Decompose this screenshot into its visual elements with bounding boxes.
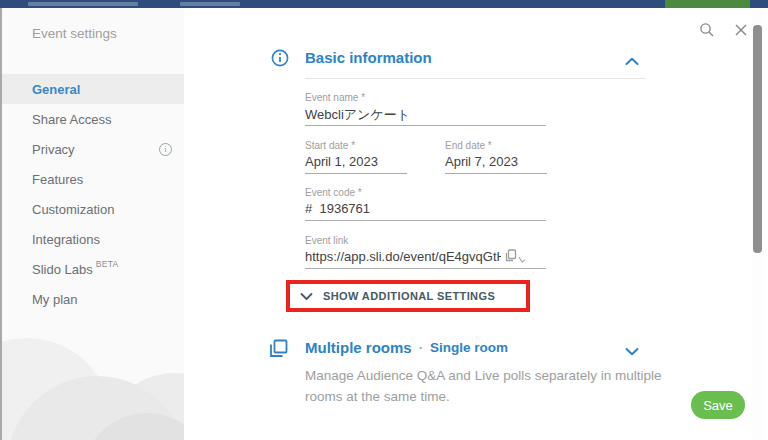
- sidebar-item-label: Privacy: [32, 142, 75, 157]
- multiple-rooms-section-icon: [269, 339, 288, 362]
- sidebar-item-my-plan[interactable]: My plan: [2, 284, 184, 314]
- search-icon: [699, 22, 715, 38]
- save-button[interactable]: Save: [691, 391, 745, 419]
- sidebar-item-features[interactable]: Features: [2, 164, 184, 194]
- sidebar-item-share-access[interactable]: Share Access: [2, 104, 184, 134]
- cropped-icon-fragment: [519, 255, 526, 262]
- dot-separator: ·: [419, 340, 423, 355]
- settings-sidebar: Event settings General Share Access Priv…: [0, 8, 184, 440]
- close-button[interactable]: [730, 19, 752, 41]
- rooms-copy-icon: [269, 339, 288, 358]
- settings-nav: General Share Access Privacy i Features …: [2, 74, 184, 314]
- sidebar-item-label: Integrations: [32, 232, 100, 247]
- basic-information-title: Basic information: [305, 49, 432, 66]
- single-room-mode-link[interactable]: Single room: [430, 340, 508, 355]
- sidebar-item-label: Share Access: [32, 112, 112, 127]
- topbar-green-button-fragment: [665, 0, 750, 8]
- scrollbar-thumb[interactable]: [753, 25, 762, 253]
- topbar-text-fragment: [180, 2, 240, 6]
- end-date-field[interactable]: End date * April 7, 2023: [445, 140, 547, 174]
- event-link-value[interactable]: https://app.sli.do/event/qE4gvqGtHMX2ZkV…: [305, 249, 501, 264]
- sidebar-item-label: My plan: [32, 292, 78, 307]
- info-circle-icon: i: [159, 143, 172, 156]
- sidebar-item-integrations[interactable]: Integrations: [2, 224, 184, 254]
- search-button[interactable]: [696, 19, 718, 41]
- chevron-down-icon: [300, 292, 313, 301]
- end-date-value[interactable]: April 7, 2023: [445, 154, 547, 169]
- event-settings-modal: Event settings General Share Access Priv…: [0, 0, 768, 440]
- multiple-rooms-header: Multiple rooms · Single room: [305, 339, 508, 356]
- event-code-field[interactable]: Event code * # 1936761: [305, 187, 546, 221]
- show-additional-settings-label[interactable]: SHOW ADDITIONAL SETTINGS: [323, 290, 495, 302]
- sidebar-item-label: General: [32, 82, 80, 97]
- sidebar-item-general[interactable]: General: [2, 74, 184, 104]
- red-highlight-annotation[interactable]: SHOW ADDITIONAL SETTINGS: [286, 280, 530, 312]
- sidebar-title: Event settings: [32, 26, 117, 41]
- background-app-topbar: [0, 0, 768, 8]
- sidebar-item-label: Customization: [32, 202, 114, 217]
- sidebar-item-customization[interactable]: Customization: [2, 194, 184, 224]
- multiple-rooms-title: Multiple rooms: [305, 339, 412, 356]
- sidebar-item-label: Slido Labs: [32, 262, 93, 277]
- expand-section-button[interactable]: [625, 342, 639, 360]
- info-circle-icon: [271, 49, 289, 67]
- close-icon: [734, 23, 748, 37]
- basic-info-section-icon: [271, 49, 289, 71]
- collapse-section-button[interactable]: [625, 52, 639, 70]
- chevron-down-icon: [625, 347, 639, 356]
- event-name-label: Event name *: [305, 92, 546, 103]
- settings-main-panel: Basic information Event name * Webcliアンケ…: [184, 8, 768, 440]
- topbar-text-fragment: [28, 2, 138, 6]
- event-link-label: Event link: [305, 235, 546, 246]
- sidebar-item-label: Features: [32, 172, 83, 187]
- event-code-label: Event code *: [305, 187, 546, 198]
- event-name-field[interactable]: Event name * Webcliアンケート: [305, 92, 546, 126]
- multiple-rooms-description: Manage Audience Q&A and Live polls separ…: [305, 365, 679, 407]
- event-link-field[interactable]: Event link https://app.sli.do/event/qE4g…: [305, 235, 546, 269]
- event-name-value[interactable]: Webcliアンケート: [305, 106, 546, 124]
- sidebar-item-slido-labs[interactable]: Slido Labs BETA: [2, 254, 184, 284]
- sidebar-item-privacy[interactable]: Privacy i: [2, 134, 184, 164]
- start-date-label: Start date *: [305, 140, 407, 151]
- end-date-label: End date *: [445, 140, 547, 151]
- event-code-value[interactable]: # 1936761: [305, 201, 546, 216]
- start-date-value[interactable]: April 1, 2023: [305, 154, 407, 169]
- show-additional-settings-button[interactable]: [300, 287, 313, 305]
- copy-icon[interactable]: [505, 249, 517, 262]
- scrollbar-track[interactable]: [752, 8, 764, 440]
- chevron-up-icon: [625, 57, 639, 66]
- section-divider: [305, 78, 645, 79]
- start-date-field[interactable]: Start date * April 1, 2023: [305, 140, 407, 174]
- beta-badge: BETA: [96, 259, 119, 269]
